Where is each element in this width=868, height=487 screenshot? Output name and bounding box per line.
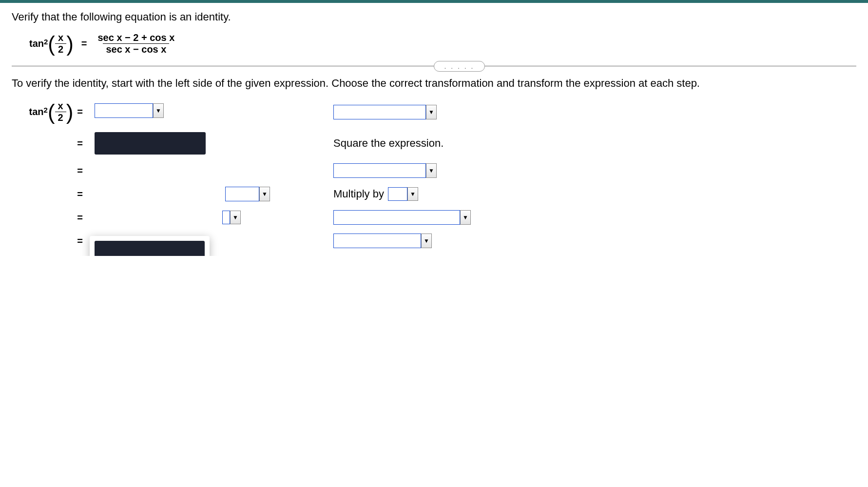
multiply-by-label: Multiply by — [333, 188, 384, 200]
paren-right: ) — [66, 35, 74, 52]
chevron-down-icon[interactable] — [460, 210, 471, 225]
eq-1: = — [77, 106, 83, 117]
multiply-factor-dropdown[interactable] — [388, 187, 418, 201]
step4-expression-cell — [95, 187, 324, 201]
tan-label: tan — [29, 38, 44, 49]
eq-5-cell: = — [12, 212, 85, 223]
step3-reason-cell — [333, 163, 509, 178]
step1-expression-dropdown[interactable] — [95, 103, 164, 118]
step3-reason-dropdown[interactable] — [333, 163, 437, 178]
instruction-top: Verify that the following equation is an… — [12, 11, 856, 23]
content-area: Verify that the following equation is an… — [0, 3, 868, 256]
frac-den: 2 — [55, 43, 66, 55]
lhs-expression: tan 2 ( x 2 ) — [29, 32, 74, 55]
step1-reason-cell — [333, 105, 509, 119]
chevron-down-icon[interactable] — [426, 105, 437, 119]
chevron-down-icon[interactable] — [230, 211, 241, 224]
step5-reason-cell — [333, 210, 509, 225]
chevron-down-icon[interactable] — [407, 187, 418, 201]
step5-expression-dropdown[interactable] — [222, 211, 241, 224]
chevron-down-icon[interactable] — [426, 163, 437, 178]
step2-expression-cell — [95, 132, 324, 155]
paren-left: ( — [48, 35, 55, 52]
chevron-down-icon[interactable] — [421, 234, 432, 248]
step4-expression-dropdown[interactable] — [225, 187, 270, 201]
section-divider: . . . . . — [12, 66, 856, 66]
frac-den-2: 2 — [55, 112, 66, 123]
eq-2-cell: = — [12, 138, 85, 149]
step5-reason-dropdown[interactable] — [333, 210, 471, 225]
step6-reason-cell — [333, 234, 509, 248]
eq-4: = — [77, 189, 83, 200]
step2-reason-cell: Square the expression. — [333, 137, 509, 150]
tan-exp-2: 2 — [44, 106, 48, 114]
eq-5: = — [77, 212, 83, 223]
rhs-fraction: sec x − 2 + cos x sec x − cos x — [95, 32, 177, 55]
step1-expression-cell — [95, 103, 324, 120]
divider-expand-icon[interactable]: . . . . . — [434, 61, 484, 72]
step1-reason-dropdown[interactable] — [333, 105, 437, 119]
eq-6: = — [77, 235, 83, 247]
rhs-num: sec x − 2 + cos x — [95, 32, 177, 43]
instruction-main: To verify the identity, start with the l… — [12, 77, 856, 90]
eq-6-cell: = — [12, 235, 85, 247]
frac-num: x — [55, 32, 66, 43]
step6-reason-dropdown[interactable] — [333, 234, 432, 248]
work-steps-grid: tan 2 ( x 2 ) = — [12, 100, 856, 248]
popup-selected-highlight[interactable] — [95, 241, 205, 256]
chevron-down-icon[interactable] — [259, 187, 270, 201]
eq-2: = — [77, 138, 83, 149]
step1-lhs: tan 2 ( x 2 ) = — [12, 100, 85, 123]
identity-equation: tan 2 ( x 2 ) = sec x − 2 + cos x sec x … — [12, 32, 856, 55]
step5-expression-cell — [95, 211, 324, 224]
equals-sign: = — [81, 38, 87, 49]
eq-3-cell: = — [12, 165, 85, 176]
step4-reason-cell: Multiply by — [333, 187, 509, 201]
rhs-den: sec x − cos x — [103, 43, 169, 55]
selected-highlight-box — [95, 132, 206, 155]
frac-num-2: x — [55, 100, 66, 112]
chevron-down-icon[interactable] — [153, 103, 164, 118]
eq-3: = — [77, 165, 83, 176]
half-angle-fraction: x 2 — [55, 32, 66, 55]
expression-options-popup: ( 1 + cos x sin x ) 2 ( sin x 1 − cos x — [90, 236, 210, 256]
tan-label-2: tan — [29, 106, 44, 117]
tan-exponent: 2 — [44, 38, 48, 46]
square-expression-label: Square the expression. — [333, 137, 444, 150]
eq-4-cell: = — [12, 189, 85, 200]
